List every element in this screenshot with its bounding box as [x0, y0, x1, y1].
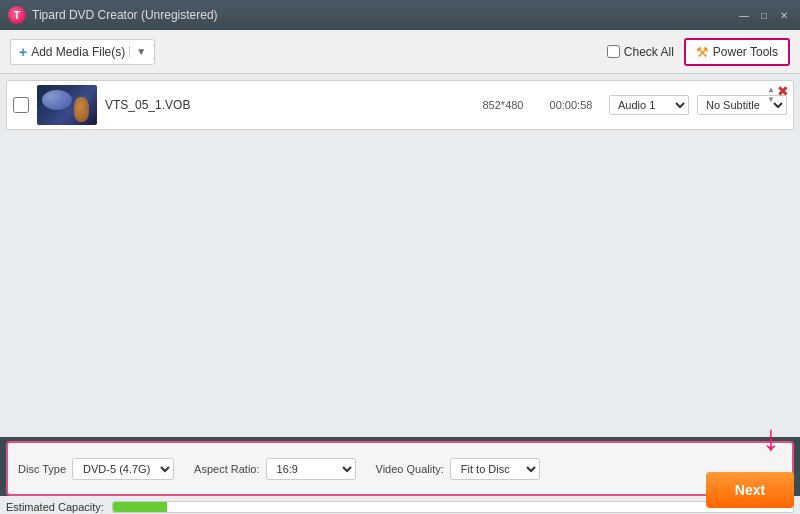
app-logo: T: [8, 6, 26, 24]
check-all-checkbox[interactable]: [607, 45, 620, 58]
check-all-label[interactable]: Check All: [607, 45, 674, 59]
disc-type-select[interactable]: DVD-5 (4.7G) DVD-9 (8.5G): [72, 458, 174, 480]
toolbar: + Add Media File(s) ▼ Check All ⚒ Power …: [0, 30, 800, 74]
video-thumbnail: [37, 85, 97, 125]
maximize-button[interactable]: □: [756, 7, 772, 23]
check-all-text: Check All: [624, 45, 674, 59]
capacity-bar: Estimated Capacity: 0.5GB 1GB 1.5GB 2GB …: [0, 496, 800, 514]
remove-media-button[interactable]: ✖: [777, 83, 789, 99]
capacity-fill: [113, 502, 167, 512]
aspect-ratio-label: Aspect Ratio:: [194, 463, 259, 475]
settings-bar: Disc Type DVD-5 (4.7G) DVD-9 (8.5G) Aspe…: [6, 441, 794, 496]
media-filename: VTS_05_1.VOB: [105, 98, 225, 112]
capacity-label: Estimated Capacity:: [6, 501, 104, 513]
toolbar-right: Check All ⚒ Power Tools: [607, 38, 790, 66]
audio-selector[interactable]: Audio 1: [609, 95, 689, 115]
move-up-arrow[interactable]: ▲: [767, 85, 775, 95]
reorder-arrows[interactable]: ▲ ▼: [767, 85, 775, 104]
move-down-arrow[interactable]: ▼: [767, 95, 775, 105]
power-tools-icon: ⚒: [696, 44, 709, 60]
aspect-ratio-group: Aspect Ratio: 16:9 4:3: [194, 458, 355, 480]
add-icon: +: [19, 44, 27, 60]
title-bar: T Tipard DVD Creator (Unregistered) — □ …: [0, 0, 800, 30]
video-quality-select[interactable]: Fit to Disc High Medium Low: [450, 458, 540, 480]
capacity-track: 0.5GB 1GB 1.5GB 2GB 2.5GB 3GB 3.5GB 4GB …: [112, 501, 794, 513]
audio-select[interactable]: Audio 1: [609, 95, 689, 115]
media-resolution: 852*480: [473, 99, 533, 111]
power-tools-button[interactable]: ⚒ Power Tools: [684, 38, 790, 66]
row-checkbox[interactable]: [13, 97, 29, 113]
minimize-button[interactable]: —: [736, 7, 752, 23]
disc-type-group: Disc Type DVD-5 (4.7G) DVD-9 (8.5G): [18, 458, 174, 480]
video-quality-label: Video Quality:: [376, 463, 444, 475]
add-media-dropdown-arrow[interactable]: ▼: [129, 46, 146, 57]
add-media-label: Add Media File(s): [31, 45, 125, 59]
add-media-button[interactable]: + Add Media File(s) ▼: [10, 39, 155, 65]
disc-type-label: Disc Type: [18, 463, 66, 475]
power-tools-label: Power Tools: [713, 45, 778, 59]
media-duration: 00:00:58: [541, 99, 601, 111]
video-quality-group: Video Quality: Fit to Disc High Medium L…: [376, 458, 540, 480]
window-controls[interactable]: — □ ✕: [736, 7, 792, 23]
aspect-ratio-select[interactable]: 16:9 4:3: [266, 458, 356, 480]
next-button[interactable]: Next: [706, 472, 794, 508]
close-button[interactable]: ✕: [776, 7, 792, 23]
table-row: VTS_05_1.VOB 852*480 00:00:58 Audio 1 No…: [6, 80, 794, 130]
app-title: Tipard DVD Creator (Unregistered): [32, 8, 736, 22]
arrow-indicator: ↓: [762, 420, 780, 456]
content-area: VTS_05_1.VOB 852*480 00:00:58 Audio 1 No…: [0, 74, 800, 437]
